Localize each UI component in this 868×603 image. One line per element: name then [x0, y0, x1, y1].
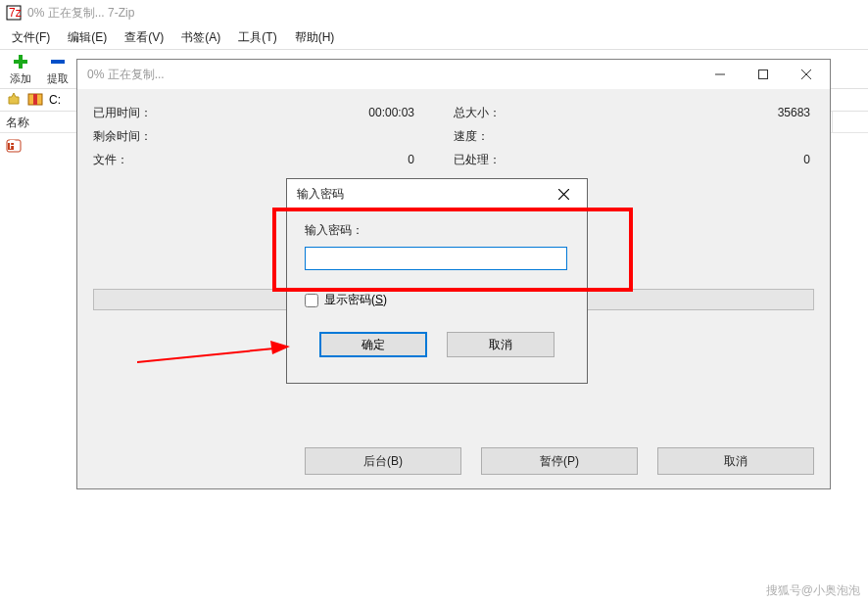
location-text: C:	[49, 93, 61, 107]
elapsed-label: 已用时间：	[93, 105, 181, 121]
svg-rect-3	[33, 94, 37, 105]
pwd-titlebar[interactable]: 输入密码	[287, 179, 587, 209]
archive-icon	[27, 91, 43, 110]
menu-help[interactable]: 帮助(H)	[287, 27, 343, 48]
pwd-close-button[interactable]	[542, 180, 585, 208]
maximize-button[interactable]	[742, 61, 785, 88]
cancel-button[interactable]: 取消	[657, 447, 814, 475]
progress-title: 0% 正在复制...	[87, 67, 699, 83]
main-titlebar: 7z 0% 正在复制... 7-Zip	[0, 0, 868, 25]
menu-file[interactable]: 文件(F)	[4, 27, 58, 48]
menubar: 文件(F) 编辑(E) 查看(V) 书签(A) 工具(T) 帮助(H)	[0, 25, 868, 49]
remaining-label: 剩余时间：	[93, 128, 181, 145]
processed-value: 0	[542, 153, 814, 166]
show-password-label[interactable]: 显示密码(S)	[324, 292, 387, 308]
svg-text:7z: 7z	[9, 6, 22, 20]
close-button[interactable]	[785, 61, 828, 88]
menu-edit[interactable]: 编辑(E)	[60, 27, 115, 48]
extract-button[interactable]: 提取	[41, 53, 74, 86]
pause-button[interactable]: 暂停(P)	[481, 447, 638, 475]
pwd-label: 输入密码：	[305, 222, 569, 239]
minimize-button[interactable]	[699, 61, 742, 88]
progress-titlebar[interactable]: 0% 正在复制...	[77, 60, 830, 89]
files-value: 0	[181, 153, 454, 166]
minus-icon	[50, 53, 66, 70]
app-icon: 7z	[6, 5, 22, 21]
pwd-title: 输入密码	[297, 186, 542, 203]
main-title: 0% 正在复制... 7-Zip	[27, 5, 134, 22]
add-label: 添加	[10, 71, 31, 86]
speed-label: 速度：	[454, 128, 542, 145]
watermark: 搜狐号@小奥泡泡	[766, 582, 860, 599]
pwd-cancel-button[interactable]: 取消	[447, 332, 555, 357]
up-icon[interactable]	[6, 91, 22, 110]
show-password-checkbox[interactable]	[305, 294, 318, 307]
password-input[interactable]	[305, 247, 567, 270]
background-button[interactable]: 后台(B)	[305, 447, 461, 475]
ok-button[interactable]: 确定	[319, 332, 427, 357]
menu-tools[interactable]: 工具(T)	[230, 27, 284, 48]
add-button[interactable]: 添加	[4, 53, 37, 86]
processed-label: 已处理：	[454, 152, 542, 168]
svg-text:P: P	[9, 138, 17, 152]
menu-view[interactable]: 查看(V)	[117, 27, 171, 48]
plus-icon	[13, 53, 28, 70]
total-label: 总大小：	[454, 105, 542, 121]
svg-rect-7	[759, 70, 768, 79]
elapsed-value: 00:00:03	[181, 106, 454, 119]
total-value: 35683	[542, 106, 814, 119]
files-label: 文件：	[93, 152, 181, 168]
ppt-icon: P	[6, 138, 22, 157]
extract-label: 提取	[47, 71, 69, 86]
password-dialog: 输入密码 输入密码： 显示密码(S) 确定 取消	[286, 178, 588, 384]
menu-bookmark[interactable]: 书签(A)	[173, 27, 228, 48]
